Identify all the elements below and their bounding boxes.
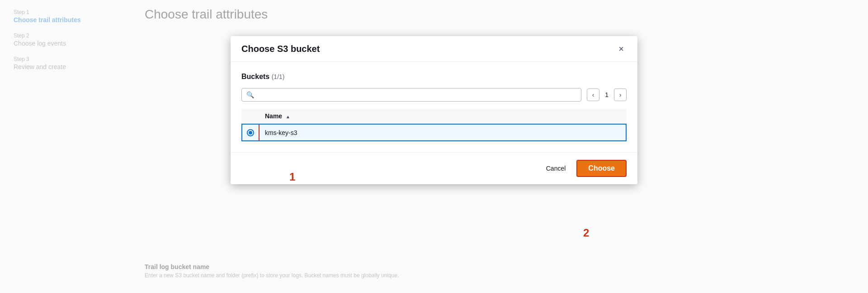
search-row: 🔍 ‹ 1 ›	[241, 88, 627, 102]
radio-cell[interactable]	[241, 124, 259, 141]
annotation-2: 2	[583, 227, 589, 239]
table-row[interactable]: kms-key-s3	[241, 124, 627, 141]
search-box[interactable]: 🔍	[241, 88, 581, 102]
table-body: kms-key-s3	[241, 124, 627, 141]
pagination-prev-button[interactable]: ‹	[587, 88, 599, 101]
radio-button[interactable]	[247, 129, 254, 136]
table-header-row: Name ▲	[241, 109, 627, 124]
chevron-right-icon: ›	[619, 91, 622, 98]
modal-title: Choose S3 bucket	[241, 44, 320, 54]
table-header: Name ▲	[241, 109, 627, 124]
search-icon: 🔍	[246, 91, 254, 98]
sort-icon: ▲	[286, 114, 290, 119]
cancel-button[interactable]: Cancel	[541, 162, 571, 175]
buckets-label: Buckets	[241, 73, 269, 80]
col-name-label: Name	[265, 112, 282, 120]
pagination-current: 1	[603, 91, 610, 98]
buckets-table: Name ▲ kms-key-s3	[241, 109, 627, 141]
pagination: ‹ 1 ›	[587, 88, 627, 101]
choose-button[interactable]: Choose	[576, 160, 627, 177]
table-col-radio	[241, 109, 259, 124]
modal-close-button[interactable]: ×	[616, 43, 627, 54]
radio-button-inner	[249, 131, 252, 135]
bucket-name-cell: kms-key-s3	[259, 124, 627, 141]
buckets-count: (1/1)	[272, 73, 285, 80]
modal-body: Buckets (1/1) 🔍 ‹ 1 ›	[231, 62, 637, 152]
buckets-section-title: Buckets (1/1)	[241, 73, 627, 81]
chevron-left-icon: ‹	[592, 91, 594, 98]
search-input[interactable]	[258, 91, 576, 98]
modal-header: Choose S3 bucket ×	[231, 36, 637, 62]
pagination-next-button[interactable]: ›	[614, 88, 627, 101]
choose-s3-bucket-modal: Choose S3 bucket × Buckets (1/1) 🔍 ‹ 1 ›	[231, 36, 637, 184]
annotation-1: 1	[289, 171, 295, 183]
table-col-name: Name ▲	[259, 109, 627, 124]
